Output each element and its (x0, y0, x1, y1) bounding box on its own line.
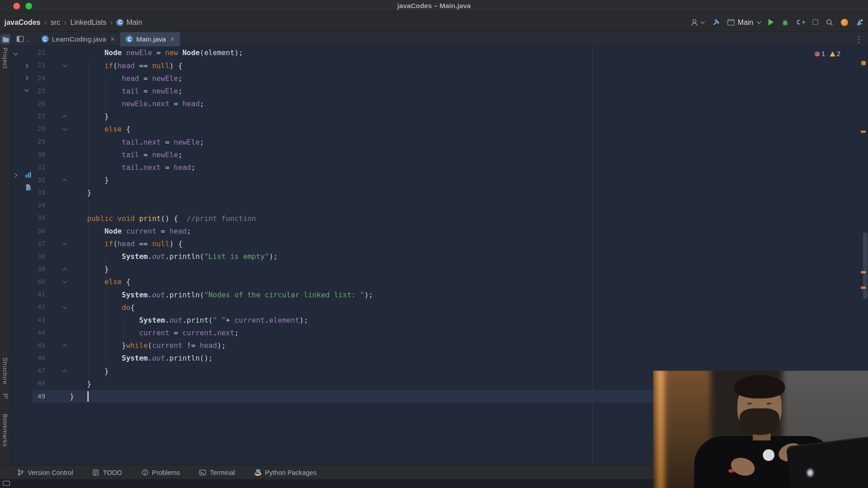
code-line-37[interactable]: 37 if(head == null) { (32, 237, 868, 250)
line-number[interactable]: 38 (32, 250, 45, 263)
tab-learncoding.java[interactable]: CLearnCoding.java× (36, 32, 120, 46)
tree-collapsed-chevron-icon[interactable] (24, 75, 29, 80)
code-line-39[interactable]: 39 } (32, 263, 868, 276)
line-number[interactable]: 42 (32, 301, 45, 314)
prev-problem-chevron-icon[interactable] (845, 51, 850, 56)
user-profile-button[interactable] (690, 18, 704, 26)
line-number[interactable]: 40 (32, 276, 45, 288)
file-node-icon[interactable] (25, 184, 32, 191)
breadcrumb-item-src[interactable]: src (51, 18, 60, 26)
line-number[interactable]: 34 (32, 199, 45, 212)
code-line-25[interactable]: 25 tail = newEle; (32, 84, 868, 97)
line-number[interactable]: 39 (32, 263, 45, 276)
code-line-31[interactable]: 31 tail.next = head; (32, 161, 868, 174)
sidebar-item-bookmarks[interactable]: Bookmarks (2, 414, 9, 447)
chart-node-icon[interactable] (25, 172, 32, 178)
tree-expanded-chevron-icon[interactable] (13, 51, 18, 56)
statusbar-item-todo[interactable]: TODO (92, 469, 122, 476)
code-line-40[interactable]: 40 else { (32, 276, 868, 288)
breadcrumb-item-javacodes[interactable]: javaCodes (5, 18, 41, 26)
fold-marker-icon[interactable] (62, 63, 67, 68)
line-number[interactable]: 44 (32, 326, 45, 339)
stop-button[interactable] (813, 19, 818, 25)
line-number[interactable]: 41 (32, 288, 45, 301)
breadcrumb-item-linkedlists[interactable]: LinkedLists (71, 18, 107, 26)
fold-marker-icon[interactable] (62, 114, 67, 119)
line-number[interactable]: 29 (32, 136, 45, 148)
line-number[interactable]: 48 (32, 377, 45, 390)
error-stripe-mark[interactable] (861, 61, 866, 66)
run-config-selector[interactable]: Main (727, 18, 761, 26)
hidden-tabs-indicator[interactable]: .. (11, 35, 34, 43)
line-number[interactable]: 45 (32, 339, 45, 352)
line-number[interactable]: 24 (32, 72, 45, 84)
tree-expanded-chevron-icon[interactable] (24, 87, 29, 92)
line-number[interactable]: 49 (32, 390, 45, 403)
line-number[interactable]: 23 (32, 59, 45, 72)
code-line-24[interactable]: 24 head = newEle; (32, 72, 868, 84)
code-line-29[interactable]: 29 tail.next = newEle; (32, 136, 868, 148)
code-line-46[interactable]: 46 System.out.println(); (32, 352, 868, 365)
line-number[interactable]: 33 (32, 187, 45, 199)
statusbar-item-problems[interactable]: Problems (141, 469, 180, 476)
statusbar-item-version-control[interactable]: Version Control (17, 469, 73, 476)
line-number[interactable]: 46 (32, 352, 45, 365)
line-number[interactable]: 27 (32, 110, 45, 123)
code-line-23[interactable]: 23 if(head == null) { (32, 59, 868, 72)
breadcrumb-item-main[interactable]: CMain (117, 18, 142, 26)
line-number[interactable]: 25 (32, 84, 45, 97)
line-number[interactable]: 31 (32, 161, 45, 174)
tree-collapsed-chevron-icon[interactable] (24, 63, 29, 68)
scrollbar-thumb[interactable] (863, 232, 868, 299)
line-number[interactable]: 28 (32, 123, 45, 136)
warning-counter[interactable]: 2 (830, 50, 840, 57)
line-number[interactable]: 22 (32, 47, 45, 59)
fold-marker-icon[interactable] (62, 343, 67, 348)
fold-marker-icon[interactable] (62, 241, 67, 246)
fold-marker-icon[interactable] (62, 267, 67, 272)
fold-marker-icon[interactable] (62, 305, 67, 310)
fold-marker-icon[interactable] (62, 369, 67, 374)
code-line-42[interactable]: 42 do{ (32, 301, 868, 314)
tab-main.java[interactable]: CMain.java× (120, 32, 180, 46)
statusbar-item-python-packages[interactable]: Python Packages (254, 469, 316, 476)
code-line-30[interactable]: 30 tail = newEle; (32, 148, 868, 161)
next-problem-chevron-icon[interactable] (854, 51, 859, 56)
line-number[interactable]: 32 (32, 174, 45, 186)
code-line-27[interactable]: 27 } (32, 110, 868, 123)
sidebar-item-structure[interactable]: Structure (2, 357, 9, 385)
code-line-35[interactable]: 35 public void print() { //print functio… (32, 212, 868, 225)
structure-tool-button[interactable] (2, 393, 9, 399)
code-line-26[interactable]: 26 newEle.next = head; (32, 98, 868, 110)
error-stripe-mark[interactable] (861, 131, 866, 133)
close-tab-icon[interactable]: × (110, 35, 114, 43)
line-number[interactable]: 35 (32, 212, 45, 225)
update-notification-button[interactable] (841, 19, 848, 26)
fold-marker-icon[interactable] (62, 178, 67, 183)
line-number[interactable]: 30 (32, 148, 45, 161)
code-line-22[interactable]: 22 Node newEle = new Node(element); (32, 47, 868, 59)
fold-marker-icon[interactable] (62, 127, 67, 131)
line-number[interactable]: 37 (32, 237, 45, 250)
coverage-button[interactable]: C (797, 18, 806, 26)
fold-marker-icon[interactable] (62, 279, 67, 284)
close-tab-icon[interactable]: × (170, 35, 175, 43)
sidebar-item-project[interactable]: Project (2, 47, 9, 68)
code-line-36[interactable]: 36 Node current = head; (32, 225, 868, 237)
code-line-32[interactable]: 32 } (32, 174, 868, 186)
project-tool-button[interactable] (0, 34, 10, 44)
inspections-widget[interactable]: 1 2 (815, 50, 859, 57)
tree-collapsed-chevron-icon[interactable] (13, 173, 18, 178)
statusbar-item-terminal[interactable]: Terminal (199, 469, 235, 476)
build-button[interactable] (712, 18, 720, 26)
ai-assistant-button[interactable] (855, 18, 863, 26)
code-line-38[interactable]: 38 System.out.println("List is empty"); (32, 250, 868, 263)
code-line-28[interactable]: 28 else { (32, 123, 868, 136)
line-number[interactable]: 26 (32, 98, 45, 110)
debug-button[interactable] (781, 18, 789, 26)
code-line-34[interactable]: 34 (32, 199, 868, 212)
code-line-44[interactable]: 44 current = current.next; (32, 326, 868, 339)
line-number[interactable]: 43 (32, 314, 45, 326)
code-line-41[interactable]: 41 System.out.println("Nodes of the circ… (32, 288, 868, 301)
code-line-33[interactable]: 33 } (32, 187, 868, 199)
